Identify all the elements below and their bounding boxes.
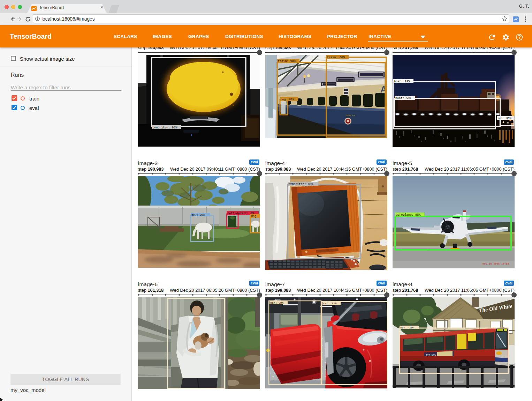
svg-text:tvmonitor: 88%: tvmonitor: 88% [288,183,313,186]
svg-text:train: 98%: train: 98% [278,59,296,63]
svg-text:oat: 93%: oat: 93% [498,116,511,119]
svg-text:train: 68%: train: 68% [327,55,345,59]
svg-text:bus: 98%: bus: 98% [400,326,414,329]
svg-text:car: 99%: car: 99% [270,301,284,304]
svg-text:boat: 58%: boat: 58% [395,96,412,100]
svg-text:Metroline: Metroline [496,355,509,358]
svg-text:aeroplane: 98%: aeroplane: 98% [396,213,421,217]
svg-text:tvmonitor: 98%: tvmonitor: 98% [152,126,177,129]
svg-text:boat: 99%: boat: 99% [394,80,410,83]
svg-text:Wide: Wide [323,250,329,253]
svg-text:Nov 16 2005 10:50: Nov 16 2005 10:50 [482,262,509,265]
svg-text:dog: dog [251,215,256,218]
svg-text:dog: 98%: dog: 98% [281,97,294,101]
svg-text:car: 73%: car: 73% [323,302,337,305]
svg-text:INDIAN RLY: INDIAN RLY [345,115,355,117]
svg-text:pottedplant: 85: pottedplant: 85 [227,212,254,215]
svg-text:cow: 99%: cow: 99% [191,213,205,216]
